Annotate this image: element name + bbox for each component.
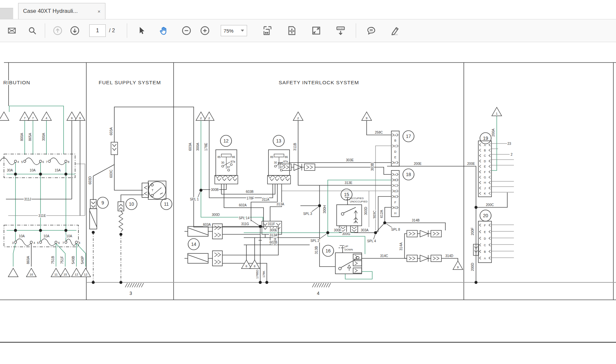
minus-circle-icon [181,25,192,36]
email-button[interactable] [5,23,19,38]
envelope-icon [7,26,16,35]
highlighter-icon [389,25,401,36]
previous-page-button[interactable] [50,23,65,38]
zoom-in-button[interactable] [198,23,212,38]
svg-text:DOWN: DOWN [345,248,353,251]
svg-text:23: 23 [507,142,511,145]
svg-text:10: 10 [129,201,134,207]
svg-text:SPL 8: SPL 8 [391,228,400,231]
svg-text:H: H [394,212,397,215]
sheet-borders [0,63,616,342]
svg-text:10A: 10A [66,234,72,238]
svg-text:602B: 602B [269,241,277,244]
svg-text:G: G [394,206,396,209]
scrolling-mode-button[interactable] [333,23,348,38]
svg-text:540P: 540P [80,256,84,264]
svg-text:H: H [484,181,486,184]
svg-text:SPL 4: SPL 4 [367,239,376,243]
svg-text:200F: 200F [470,227,474,235]
hand-icon [158,25,169,36]
fit-page-button[interactable] [285,23,299,38]
svg-text:15: 15 [344,192,349,197]
svg-text:178K: 178K [262,271,266,277]
svg-text:17: 17 [406,134,411,139]
page-down-icon [70,25,80,36]
svg-text:11: 11 [164,201,169,207]
svg-text:7: 7 [62,241,64,245]
svg-text:603B: 603B [246,190,254,194]
svg-text:7: 7 [24,116,25,120]
svg-text:C: C [484,154,486,157]
svg-text:6: 6 [42,160,44,164]
svg-text:314D: 314D [445,254,453,258]
search-button[interactable] [25,23,40,38]
fullscreen-icon [311,25,322,36]
svg-text:86: 86 [285,155,288,159]
wiring-diagram: RIBUTIONFUEL SUPPLY SYSTEMSAFETY INTERLO… [0,42,616,364]
svg-text:9: 9 [101,200,104,205]
diode-row-1 [281,164,315,170]
svg-text:603A: 603A [109,127,113,136]
svg-text:5: 5 [21,160,23,164]
svg-text:30: 30 [274,161,277,164]
select-tool-button[interactable] [134,23,149,38]
hand-tool-button[interactable] [156,23,171,38]
svg-text:E: E [484,230,486,234]
svg-text:303A: 303A [361,228,369,232]
svg-text:303B: 303B [370,163,374,171]
svg-text:865A: 865A [28,133,32,141]
fuse-row-1 [0,158,67,165]
svg-text:200C: 200C [486,203,494,207]
svg-text:FUEL SUPPLY SYSTEM: FUEL SUPPLY SYSTEM [98,80,161,85]
svg-text:8: 8 [78,241,80,245]
svg-text:540B: 540B [71,256,75,264]
tab-close-icon[interactable]: × [98,9,100,14]
zoom-out-button[interactable] [179,23,194,38]
comment-button[interactable] [364,23,378,38]
highlight-button[interactable] [388,23,402,38]
svg-text:SPL 2: SPL 2 [311,239,320,243]
scroll-mode-icon [335,25,346,36]
svg-text:3: 3 [129,291,132,296]
svg-text:300G: 300G [342,232,350,236]
toolbar-separator [45,23,45,38]
toolbar-separator [127,23,127,38]
diagram-labels: RIBUTIONFUEL SUPPLY SYSTEMSAFETY INTERLO… [0,80,513,296]
fit-width-button[interactable] [260,23,275,38]
next-page-button[interactable] [68,23,82,38]
dash-dot-links [93,232,121,282]
svg-text:8: 8 [245,264,247,268]
svg-text:7: 7 [32,116,34,120]
svg-text:2: 2 [200,116,202,120]
svg-text:G: G [484,176,486,179]
svg-text:B: B [394,139,396,142]
pdf-tab[interactable]: Case 40XT Hydrauli... × [18,3,105,19]
svg-text:87a: 87a [231,160,235,163]
svg-text:30A: 30A [7,169,13,172]
page-number-input[interactable] [89,24,106,37]
zoom-level-dropdown[interactable]: 75% [221,25,247,36]
svg-text:C: C [484,244,486,247]
svg-text:9: 9 [71,116,72,120]
cursor-icon [137,26,146,35]
svg-text:30: 30 [221,161,224,164]
svg-text:2: 2 [208,116,210,120]
search-icon [27,26,37,36]
svg-text:602A: 602A [239,203,247,207]
actual-size-button[interactable] [309,23,323,38]
adjacent-tab-stub[interactable] [0,8,13,19]
svg-text:3: 3 [12,241,14,245]
svg-text:311A: 311A [262,198,269,201]
svg-text:87: 87 [280,166,283,169]
gray-wires [8,143,616,282]
svg-text:F: F [484,224,486,227]
svg-text:11: 11 [54,273,58,276]
svg-text:14: 14 [191,242,196,247]
svg-text:16: 16 [30,273,33,276]
svg-text:178E: 178E [204,143,208,151]
fuse-boxes [4,154,78,247]
svg-text:4: 4 [17,160,19,164]
fuel-pump-component [90,199,97,229]
svg-text:13: 13 [276,138,281,143]
key-switch-component [142,181,166,199]
